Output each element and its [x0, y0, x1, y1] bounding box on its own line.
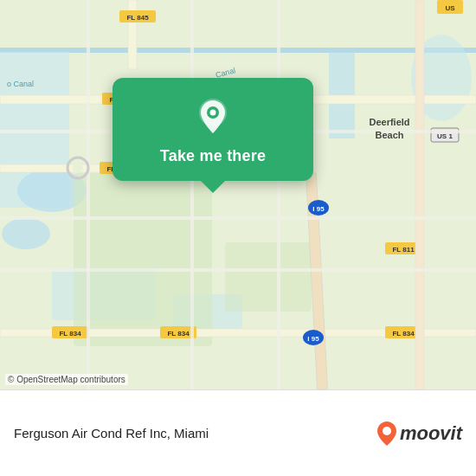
location-pin-icon [192, 95, 234, 137]
svg-rect-36 [415, 0, 424, 389]
svg-text:FL 845: FL 845 [126, 14, 149, 22]
svg-rect-44 [0, 268, 476, 272]
svg-rect-40 [190, 0, 194, 389]
take-me-there-button[interactable]: Take me there [160, 147, 266, 165]
moovit-text: moovit [400, 422, 462, 445]
svg-text:FL 834: FL 834 [167, 330, 190, 338]
popup-card[interactable]: Take me there [113, 78, 313, 181]
bottom-content: Ferguson Air Cond Ref Inc, Miami moovit [14, 421, 462, 446]
svg-rect-1 [0, 48, 476, 53]
svg-rect-43 [0, 216, 476, 220]
svg-point-52 [73, 163, 83, 173]
svg-text:FL 811: FL 811 [392, 246, 415, 254]
svg-point-55 [210, 110, 216, 116]
svg-text:FL 834: FL 834 [59, 330, 81, 338]
svg-text:Deerfield: Deerfield [369, 117, 409, 127]
svg-point-4 [2, 218, 50, 249]
bottom-bar: Ferguson Air Cond Ref Inc, Miami moovit [0, 389, 476, 476]
map-svg: FL 810 FL 810 FL 845 FL 869 FL 834 FL 83… [0, 0, 476, 389]
place-name: Ferguson Air Cond Ref Inc, Miami [14, 426, 209, 441]
svg-text:US 1: US 1 [437, 132, 453, 140]
svg-text:Beach: Beach [375, 130, 403, 140]
svg-text:I 95: I 95 [312, 205, 325, 213]
moovit-pin-icon [377, 421, 396, 446]
moovit-logo: moovit [377, 421, 462, 446]
map-container: FL 810 FL 810 FL 845 FL 869 FL 834 FL 83… [0, 0, 476, 389]
svg-rect-10 [225, 242, 312, 312]
svg-text:FL 834: FL 834 [392, 330, 415, 338]
svg-rect-39 [87, 0, 90, 389]
svg-point-56 [383, 427, 391, 435]
svg-text:o Canal: o Canal [7, 80, 34, 88]
svg-text:US: US [445, 4, 455, 12]
svg-text:I 95: I 95 [307, 335, 319, 343]
map-attribution: © OpenStreetMap contributors [5, 370, 128, 386]
svg-rect-41 [277, 0, 280, 389]
